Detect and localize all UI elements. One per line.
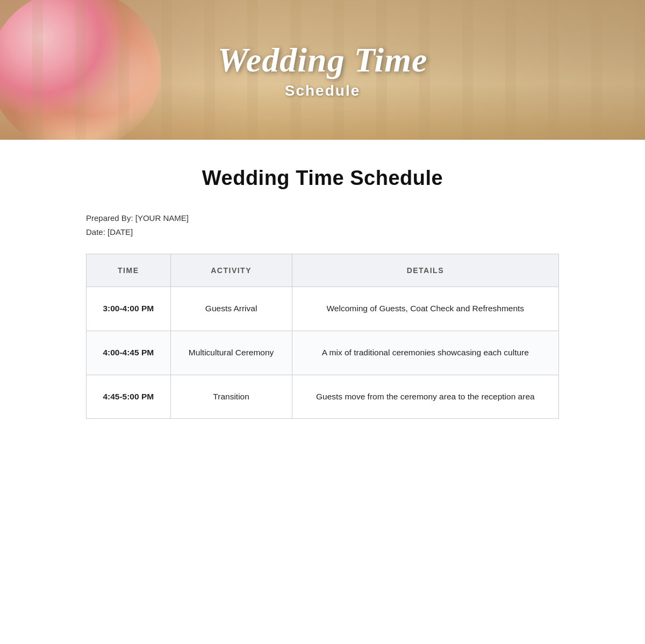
- cell-activity: Transition: [170, 375, 292, 419]
- cell-details: A mix of traditional ceremonies showcasi…: [292, 331, 558, 375]
- cell-time: 3:00-4:00 PM: [87, 287, 171, 331]
- cell-details: Guests move from the ceremony area to th…: [292, 375, 558, 419]
- schedule-table: TIME ACTIVITY DETAILS 3:00-4:00 PMGuests…: [86, 254, 559, 419]
- table-row: 3:00-4:00 PMGuests ArrivalWelcoming of G…: [87, 287, 559, 331]
- prepared-by: Prepared By: [YOUR NAME]: [86, 211, 559, 225]
- col-header-time: TIME: [87, 254, 171, 287]
- table-row: 4:45-5:00 PMTransitionGuests move from t…: [87, 375, 559, 419]
- cell-activity: Guests Arrival: [170, 287, 292, 331]
- cell-time: 4:45-5:00 PM: [87, 375, 171, 419]
- cell-time: 4:00-4:45 PM: [87, 331, 171, 375]
- date-field: Date: [DATE]: [86, 225, 559, 239]
- cell-activity: Multicultural Ceremony: [170, 331, 292, 375]
- banner-subtitle: Schedule: [285, 82, 360, 99]
- table-header-row: TIME ACTIVITY DETAILS: [87, 254, 559, 287]
- col-header-activity: ACTIVITY: [170, 254, 292, 287]
- table-row: 4:00-4:45 PMMulticultural CeremonyA mix …: [87, 331, 559, 375]
- banner-title: Wedding Time: [218, 40, 428, 80]
- cell-details: Welcoming of Guests, Coat Check and Refr…: [292, 287, 558, 331]
- main-content: Wedding Time Schedule Prepared By: [YOUR…: [64, 140, 580, 440]
- col-header-details: DETAILS: [292, 254, 558, 287]
- meta-info: Prepared By: [YOUR NAME] Date: [DATE]: [86, 211, 559, 239]
- banner-header: Wedding Time Schedule: [0, 0, 645, 140]
- page-title: Wedding Time Schedule: [86, 167, 559, 190]
